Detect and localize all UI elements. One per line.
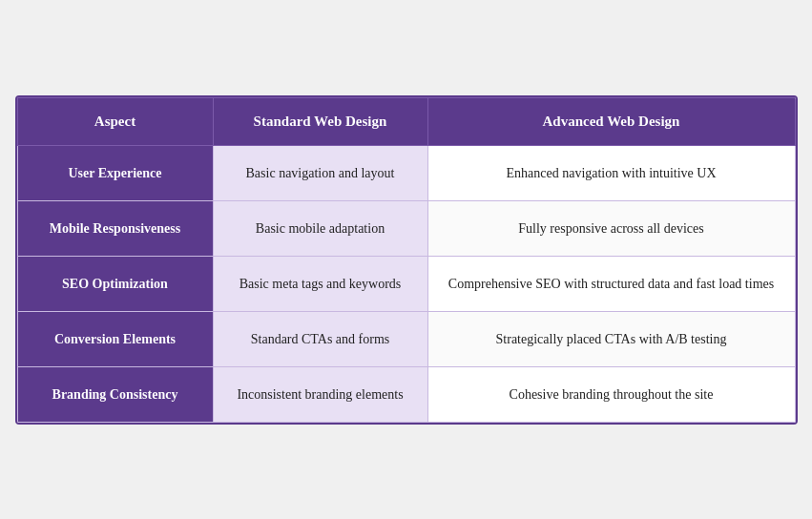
cell-advanced: Strategically placed CTAs with A/B testi… (427, 311, 795, 366)
cell-aspect: Mobile Responsiveness (17, 200, 213, 256)
cell-advanced: Enhanced navigation with intuitive UX (427, 145, 795, 200)
header-aspect: Aspect (17, 97, 213, 145)
cell-advanced: Comprehensive SEO with structured data a… (427, 256, 795, 311)
cell-aspect: SEO Optimization (17, 256, 213, 311)
header-standard: Standard Web Design (213, 97, 427, 145)
cell-standard: Inconsistent branding elements (213, 366, 427, 422)
cell-standard: Basic navigation and layout (213, 145, 427, 200)
cell-standard: Standard CTAs and forms (213, 311, 427, 366)
cell-aspect: Branding Consistency (17, 366, 213, 422)
cell-aspect: Conversion Elements (17, 311, 213, 366)
cell-advanced: Fully responsive across all devices (427, 200, 795, 256)
table-row: Conversion ElementsStandard CTAs and for… (17, 311, 795, 366)
table-row: SEO OptimizationBasic meta tags and keyw… (17, 256, 795, 311)
comparison-table: Aspect Standard Web Design Advanced Web … (17, 97, 796, 423)
table-row: Mobile ResponsivenessBasic mobile adapta… (17, 200, 795, 256)
comparison-table-wrapper: Aspect Standard Web Design Advanced Web … (15, 95, 798, 425)
table-row: Branding ConsistencyInconsistent brandin… (17, 366, 795, 422)
cell-standard: Basic meta tags and keywords (213, 256, 427, 311)
table-row: User ExperienceBasic navigation and layo… (17, 145, 795, 200)
cell-advanced: Cohesive branding throughout the site (427, 366, 795, 422)
table-header-row: Aspect Standard Web Design Advanced Web … (17, 97, 795, 145)
cell-standard: Basic mobile adaptation (213, 200, 427, 256)
cell-aspect: User Experience (17, 145, 213, 200)
header-advanced: Advanced Web Design (427, 97, 795, 145)
